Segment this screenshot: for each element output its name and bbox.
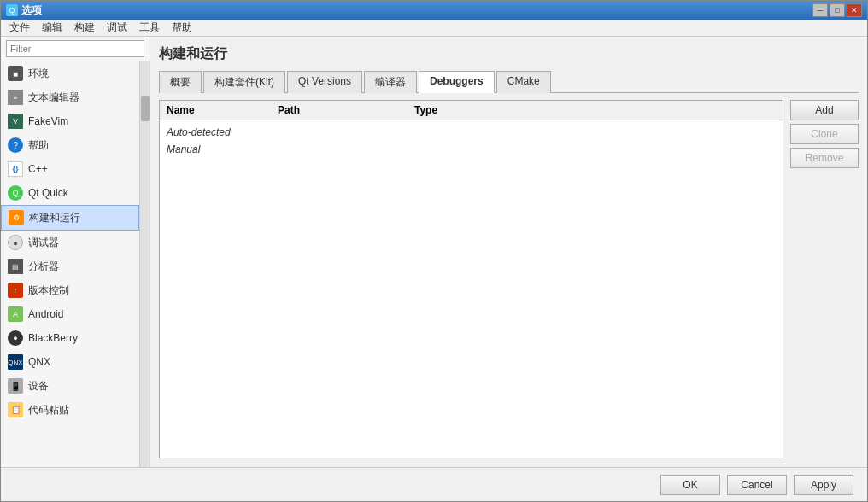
ok-button[interactable]: OK [660, 475, 720, 495]
sidebar-item-cpp[interactable]: {} C++ [1, 157, 139, 181]
close-button[interactable]: ✕ [847, 3, 862, 17]
table-header: Name Path Type [160, 101, 783, 120]
analyzer-icon: ▤ [8, 259, 23, 274]
sidebar-label-help: 帮助 [28, 138, 49, 153]
menu-help[interactable]: 帮助 [167, 19, 197, 37]
sidebar-item-qtquick[interactable]: Q Qt Quick [1, 181, 139, 205]
sidebar-item-env[interactable]: ■ 环境 [1, 61, 139, 85]
sidebar-item-help[interactable]: ? 帮助 [1, 133, 139, 157]
panel-content: Name Path Type Auto-detected Manual Add … [159, 100, 859, 458]
sidebar-label-fakevim: FakeVim [28, 115, 68, 127]
sidebar-item-analyzer[interactable]: ▤ 分析器 [1, 254, 139, 278]
table-body: Auto-detected Manual [160, 120, 783, 458]
tab-kits[interactable]: 构建套件(Kit) [203, 71, 285, 93]
title-bar-left: Q 选项 [6, 3, 42, 18]
menu-tools[interactable]: 工具 [134, 19, 165, 37]
group-auto-detected: Auto-detected [160, 124, 783, 141]
qnx-icon: QNX [8, 354, 23, 370]
sidebar-label-analyzer: 分析器 [28, 260, 59, 274]
menu-file[interactable]: 文件 [4, 19, 35, 37]
sidebar-item-qnx[interactable]: QNX QNX [1, 350, 139, 374]
blackberry-icon: ● [8, 330, 23, 346]
menu-edit[interactable]: 编辑 [37, 19, 67, 37]
qtquick-icon: Q [8, 185, 23, 201]
sidebar-item-device[interactable]: 📱 设备 [1, 374, 139, 398]
title-bar: Q 选项 ─ □ ✕ [1, 1, 867, 20]
sidebar-item-blackberry[interactable]: ● BlackBerry [1, 326, 139, 350]
window-title: 选项 [21, 3, 42, 18]
col-header-type: Type [414, 104, 776, 116]
app-icon: Q [6, 4, 18, 16]
clone-button[interactable]: Clone [790, 124, 859, 144]
remove-button[interactable]: Remove [790, 148, 859, 168]
sidebar-item-android[interactable]: A Android [1, 302, 139, 326]
sidebar-item-debugger[interactable]: ● 调试器 [1, 231, 139, 254]
sidebar-scrollbar[interactable] [139, 61, 150, 467]
sidebar-filter-area [1, 37, 150, 61]
sidebar-item-fakevim[interactable]: V FakeVim [1, 109, 139, 133]
debuggers-table: Name Path Type Auto-detected Manual [159, 100, 783, 458]
page-title: 构建和运行 [159, 45, 859, 63]
tab-compilers[interactable]: 编译器 [364, 71, 417, 93]
bottom-bar: OK Cancel Apply [1, 467, 867, 501]
device-icon: 📱 [8, 378, 23, 394]
sidebar-label-texteditor: 文本编辑器 [28, 90, 79, 105]
menu-bar: 文件 编辑 构建 调试 工具 帮助 [1, 20, 867, 37]
main-window: Q 选项 ─ □ ✕ 文件 编辑 构建 调试 工具 帮助 ■ 环 [0, 0, 868, 502]
cpp-icon: {} [8, 161, 23, 177]
dialog-body: ■ 环境 ≡ 文本编辑器 V FakeVim ? 帮助 [1, 37, 867, 467]
texteditor-icon: ≡ [8, 90, 23, 105]
sidebar-label-qnx: QNX [28, 356, 50, 368]
sidebar-item-vcs[interactable]: ↑ 版本控制 [1, 278, 139, 302]
sidebar-label-vcs: 版本控制 [28, 283, 69, 298]
menu-debug[interactable]: 调试 [102, 19, 132, 37]
group-manual: Manual [160, 141, 783, 158]
cancel-button[interactable]: Cancel [727, 475, 787, 495]
minimize-button[interactable]: ─ [812, 3, 828, 17]
help-icon: ? [8, 137, 23, 153]
main-content: 构建和运行 概要 构建套件(Kit) Qt Versions 编译器 Debug… [150, 37, 867, 467]
debugger-icon: ● [8, 235, 23, 250]
sidebar-label-qtquick: Qt Quick [28, 187, 68, 199]
sidebar-item-build[interactable]: ⚙ 构建和运行 [1, 205, 139, 231]
tab-cmake[interactable]: CMake [496, 71, 551, 93]
tab-overview[interactable]: 概要 [159, 71, 202, 93]
tab-qtversions[interactable]: Qt Versions [287, 71, 362, 93]
sidebar-item-texteditor[interactable]: ≡ 文本编辑器 [1, 85, 139, 109]
sidebar-label-paste: 代码粘贴 [28, 403, 69, 417]
sidebar-label-blackberry: BlackBerry [28, 332, 78, 344]
fakevim-icon: V [8, 114, 23, 129]
tab-debuggers[interactable]: Debuggers [419, 71, 495, 93]
sidebar-label-android: Android [28, 308, 63, 320]
sidebar-label-debugger: 调试器 [28, 236, 59, 250]
maximize-button[interactable]: □ [830, 3, 845, 17]
build-icon: ⚙ [9, 210, 24, 225]
sidebar-label-env: 环境 [28, 67, 49, 81]
tab-bar: 概要 构建套件(Kit) Qt Versions 编译器 Debuggers C… [159, 70, 859, 93]
android-icon: A [8, 306, 23, 322]
sidebar-label-cpp: C++ [28, 163, 48, 175]
menu-build[interactable]: 构建 [69, 19, 100, 37]
vcs-icon: ↑ [8, 283, 23, 298]
sidebar-list: ■ 环境 ≡ 文本编辑器 V FakeVim ? 帮助 [1, 61, 139, 467]
apply-button[interactable]: Apply [794, 475, 853, 495]
env-icon: ■ [8, 66, 23, 81]
sidebar: ■ 环境 ≡ 文本编辑器 V FakeVim ? 帮助 [1, 37, 150, 467]
filter-input[interactable] [6, 40, 144, 57]
scroll-thumb [141, 96, 150, 121]
add-button[interactable]: Add [790, 100, 859, 120]
col-header-name: Name [167, 104, 278, 116]
action-buttons: Add Clone Remove [790, 100, 859, 458]
sidebar-label-build: 构建和运行 [29, 211, 80, 225]
paste-icon: 📋 [8, 402, 23, 417]
title-controls: ─ □ ✕ [812, 3, 862, 17]
col-header-path: Path [278, 104, 414, 116]
sidebar-label-device: 设备 [28, 379, 49, 394]
sidebar-item-paste[interactable]: 📋 代码粘贴 [1, 398, 139, 422]
